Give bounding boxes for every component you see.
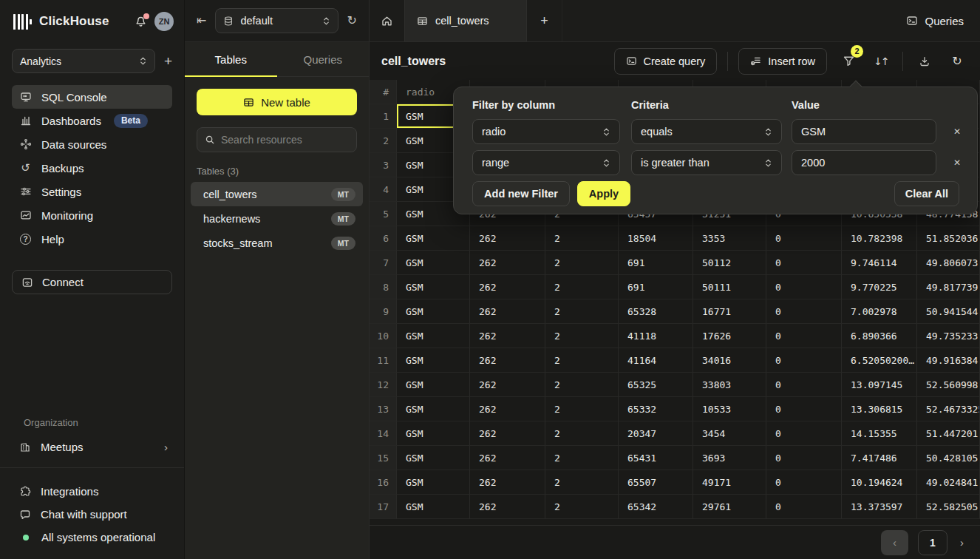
grid-cell[interactable]: 18504	[619, 226, 693, 251]
grid-cell[interactable]: 7.002978	[842, 299, 917, 324]
grid-cell[interactable]: 0	[766, 470, 842, 495]
grid-cell[interactable]: 65507	[619, 470, 693, 495]
grid-cell[interactable]: 65431	[619, 446, 693, 470]
grid-cell[interactable]: GSM	[397, 324, 470, 348]
create-query-button[interactable]: Create query	[614, 48, 718, 75]
grid-cell[interactable]: 6.890366	[842, 324, 917, 348]
sidebar-item-data-sources[interactable]: Data sources	[12, 132, 172, 156]
add-workspace-button[interactable]: +	[164, 54, 172, 68]
open-tab-cell-towers[interactable]: cell_towers	[405, 0, 527, 41]
grid-cell[interactable]: 262	[470, 299, 545, 324]
grid-cell[interactable]: 65328	[619, 299, 693, 324]
remove-filter-button[interactable]: ✕	[946, 150, 968, 175]
grid-cell[interactable]: 9.770225	[842, 275, 917, 299]
grid-cell[interactable]: 29761	[693, 495, 766, 519]
sidebar-item-chat-support[interactable]: Chat with support	[0, 503, 184, 526]
grid-cell[interactable]: 2	[545, 226, 619, 251]
current-page[interactable]: 1	[918, 530, 947, 555]
grid-cell[interactable]: 41164	[619, 348, 693, 373]
grid-cell[interactable]: 691	[619, 275, 693, 299]
tab-queries[interactable]: Queries	[277, 42, 370, 76]
add-new-filter-button[interactable]: Add new Filter	[472, 181, 570, 206]
grid-cell[interactable]: 2	[545, 275, 619, 299]
grid-cell[interactable]: 33803	[693, 373, 766, 397]
grid-cell[interactable]: 2	[545, 495, 619, 519]
collapse-sidebar-icon[interactable]: ⇤	[197, 15, 206, 27]
grid-cell[interactable]: 10.194624	[842, 470, 917, 495]
new-tab-button[interactable]: +	[527, 0, 562, 41]
apply-button[interactable]: Apply	[577, 181, 630, 206]
table-list-item-hackernews[interactable]: hackernews MT	[191, 206, 363, 231]
grid-cell[interactable]: GSM	[397, 470, 470, 495]
sidebar-item-sql-console[interactable]: SQL Console	[12, 85, 172, 109]
notifications-bell-icon[interactable]	[135, 16, 147, 28]
grid-cell[interactable]: 2	[545, 251, 619, 275]
grid-cell[interactable]: 13.373597	[842, 495, 917, 519]
grid-cell[interactable]: 262	[470, 446, 545, 470]
grid-cell[interactable]: 262	[470, 324, 545, 348]
table-list-item-stocks-stream[interactable]: stocks_stream MT	[191, 231, 363, 255]
tab-tables[interactable]: Tables	[185, 42, 277, 76]
filter-value-input[interactable]	[801, 126, 927, 138]
grid-cell[interactable]: GSM	[397, 251, 470, 275]
remove-filter-button[interactable]: ✕	[946, 119, 968, 144]
grid-cell[interactable]: 2	[545, 324, 619, 348]
grid-cell[interactable]: 14.15355	[842, 421, 917, 446]
grid-cell[interactable]: 7.417486	[842, 446, 917, 470]
grid-cell[interactable]: 262	[470, 421, 545, 446]
grid-cell[interactable]: 49.024841	[917, 470, 980, 495]
grid-cell[interactable]: 34016	[693, 348, 766, 373]
grid-cell[interactable]: 16771	[693, 299, 766, 324]
grid-cell[interactable]: 262	[470, 226, 545, 251]
sidebar-item-monitoring[interactable]: Monitoring	[12, 203, 172, 227]
grid-cell[interactable]: GSM	[397, 226, 470, 251]
grid-cell[interactable]: 262	[470, 397, 545, 421]
grid-cell[interactable]: 2	[545, 397, 619, 421]
grid-cell[interactable]: 49.735233	[917, 324, 980, 348]
sidebar-item-meetups[interactable]: Meetups ›	[0, 436, 184, 458]
grid-cell[interactable]: 51.447201	[917, 421, 980, 446]
grid-cell[interactable]: 0	[766, 348, 842, 373]
previous-page-button[interactable]: ‹	[881, 530, 908, 555]
grid-cell[interactable]: 3693	[693, 446, 766, 470]
sidebar-item-settings[interactable]: Settings	[12, 180, 172, 203]
search-input[interactable]	[221, 134, 355, 146]
grid-cell[interactable]: GSM	[397, 275, 470, 299]
grid-cell[interactable]: 2	[545, 373, 619, 397]
table-list-item-cell-towers[interactable]: cell_towers MT	[191, 182, 363, 206]
grid-cell[interactable]: 6.52050200…	[842, 348, 917, 373]
grid-cell[interactable]: 262	[470, 373, 545, 397]
insert-row-button[interactable]: Insert row	[738, 48, 827, 75]
filter-button[interactable]: 2	[837, 50, 860, 72]
grid-cell[interactable]: 49.806073	[917, 251, 980, 275]
grid-cell[interactable]: 17626	[693, 324, 766, 348]
grid-cell[interactable]: 0	[766, 226, 842, 251]
grid-cell[interactable]: GSM	[397, 373, 470, 397]
clear-all-button[interactable]: Clear All	[894, 181, 959, 206]
grid-cell[interactable]: 41118	[619, 324, 693, 348]
grid-cell[interactable]: 50112	[693, 251, 766, 275]
grid-cell[interactable]: 50111	[693, 275, 766, 299]
grid-cell[interactable]: 0	[766, 446, 842, 470]
grid-cell[interactable]: 0	[766, 324, 842, 348]
grid-cell[interactable]: 2	[545, 470, 619, 495]
grid-cell[interactable]: 49.817739	[917, 275, 980, 299]
grid-cell[interactable]: 2	[545, 348, 619, 373]
grid-cell[interactable]: GSM	[397, 446, 470, 470]
grid-cell[interactable]: 0	[766, 495, 842, 519]
grid-cell[interactable]: GSM	[397, 495, 470, 519]
grid-cell[interactable]: 262	[470, 348, 545, 373]
search-resources[interactable]	[197, 127, 357, 152]
grid-cell[interactable]: 2	[545, 421, 619, 446]
grid-cell[interactable]: 52.4673325	[917, 397, 980, 421]
filter-value-input[interactable]	[801, 157, 927, 169]
grid-cell[interactable]: 9.746114	[842, 251, 917, 275]
sidebar-item-dashboards[interactable]: Dashboards Beta	[12, 109, 172, 132]
grid-cell[interactable]: 0	[766, 251, 842, 275]
workspace-select[interactable]: Analytics	[12, 49, 155, 73]
grid-cell[interactable]: 0	[766, 299, 842, 324]
grid-cell[interactable]: 0	[766, 397, 842, 421]
column-header[interactable]: #	[370, 80, 397, 104]
database-select[interactable]: default	[215, 8, 338, 33]
grid-cell[interactable]: 65332	[619, 397, 693, 421]
